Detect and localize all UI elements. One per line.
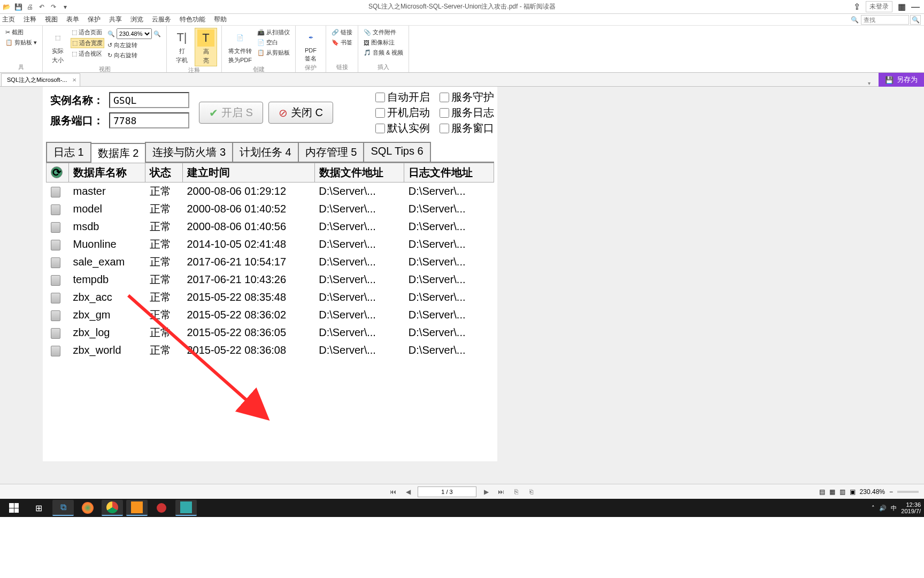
menu-share[interactable]: 共享 — [109, 15, 122, 24]
chk-log[interactable]: 服务日志 — [440, 105, 494, 120]
chk-window[interactable]: 服务窗口 — [440, 121, 494, 135]
blank-page-button[interactable]: 📄空白 — [256, 38, 291, 47]
fit-view-button[interactable]: ⬚适合视区 — [71, 49, 104, 58]
view-mode2-icon[interactable]: ▦ — [829, 488, 835, 496]
chrome-icon[interactable] — [102, 500, 123, 516]
port-input[interactable] — [109, 112, 189, 128]
view-mode4-icon[interactable]: ▣ — [850, 488, 856, 496]
tab-firewall[interactable]: 连接与防火墙 3 — [145, 142, 233, 162]
col-name[interactable]: 数据库名称 — [69, 163, 145, 182]
search-input[interactable] — [861, 15, 909, 25]
ime-indicator[interactable]: 中 — [891, 504, 897, 512]
menu-form[interactable]: 表单 — [66, 15, 79, 24]
table-row[interactable]: model正常2000-08-06 01:40:52D:\Server\...D… — [47, 200, 494, 218]
zoom-select[interactable]: 230.48% — [117, 28, 152, 39]
view-mode-icon[interactable]: ▤ — [819, 488, 825, 496]
stop-button[interactable]: ⊘关闭 C — [268, 102, 333, 124]
share-icon[interactable]: ⇪ — [853, 2, 860, 12]
fit-width-button[interactable]: ⬚适合宽度 — [71, 38, 104, 48]
zoom-slider[interactable] — [897, 491, 919, 493]
col-time[interactable]: 建立时间 — [182, 163, 314, 182]
start-button[interactable]: ✔开启 S — [199, 102, 263, 124]
app-icon-orange[interactable] — [126, 500, 148, 516]
minimize-icon[interactable]: — — [911, 2, 920, 12]
redo-icon[interactable]: ↷ — [49, 3, 58, 11]
typewriter-button[interactable]: T| 打字机 — [171, 28, 192, 65]
first-page-icon[interactable]: ⏮ — [388, 486, 398, 497]
app-icon-teal[interactable] — [175, 500, 197, 516]
bookmark-button[interactable]: 🔖书签 — [330, 38, 353, 47]
tab-database[interactable]: 数据库 2 — [90, 143, 147, 163]
table-row[interactable]: msdb正常2000-08-06 01:40:56D:\Server\...D:… — [47, 218, 494, 235]
find-icon[interactable]: 🔍 — [851, 16, 859, 24]
col-logfile[interactable]: 日志文件地址 — [404, 163, 494, 182]
close-icon[interactable]: ✕ — [72, 77, 76, 83]
tab-memory[interactable]: 内存管理 5 — [298, 142, 365, 162]
table-row[interactable]: tempdb正常2017-06-21 10:43:26D:\Server\...… — [47, 271, 494, 288]
menu-protect[interactable]: 保护 — [88, 15, 101, 24]
firefox-icon[interactable] — [77, 500, 98, 516]
view-mode3-icon[interactable]: ▥ — [840, 488, 845, 496]
zoom-in-icon[interactable]: 🔍 — [153, 31, 161, 37]
attachment-button[interactable]: 📎文件附件 — [363, 28, 404, 37]
next-page-icon[interactable]: ▶ — [481, 486, 491, 497]
instance-input[interactable] — [109, 92, 189, 108]
menu-annotate[interactable]: 注释 — [24, 15, 36, 24]
more-icon[interactable]: ▾ — [61, 3, 70, 11]
nav-icon1[interactable]: ⎘ — [511, 486, 521, 497]
fit-page-button[interactable]: ⬚适合页面 — [71, 28, 104, 37]
open-icon[interactable]: 📂 — [2, 3, 11, 11]
chk-autostart[interactable]: 自动开启 — [375, 90, 430, 104]
menu-home[interactable]: 主页 — [2, 15, 15, 24]
save-icon[interactable]: 💾 — [14, 3, 22, 11]
chk-default[interactable]: 默认实例 — [375, 121, 430, 135]
rotate-right-button[interactable]: ↻向右旋转 — [106, 51, 162, 60]
zoom-minus-icon[interactable]: − — [889, 488, 893, 496]
search-go-icon[interactable]: 🔍 — [910, 15, 921, 25]
clipboard-button[interactable]: 📋剪贴板 ▾ — [4, 38, 38, 47]
pdf-sign-button[interactable]: ✒ PDF签名 — [300, 28, 321, 64]
page-input[interactable] — [418, 486, 476, 497]
rotate-left-button[interactable]: ↺向左旋转 — [106, 41, 162, 50]
tab-log[interactable]: 日志 1 — [46, 142, 91, 162]
convert-button[interactable]: 📄 将文件转换为PDF — [226, 28, 254, 65]
document-viewport[interactable]: 实例名称： 服务端口： ✔开启 S ⊘关闭 C 自动开启 开机启动 — [0, 87, 924, 484]
start-button[interactable] — [3, 500, 25, 516]
chk-bootstart[interactable]: 开机启动 — [375, 105, 430, 120]
vscode-icon[interactable]: ⧉ — [52, 500, 74, 516]
nav-icon2[interactable]: ⎗ — [526, 486, 536, 497]
av-button[interactable]: 🎵音频 & 视频 — [363, 48, 404, 57]
print-icon[interactable]: 🖨 — [26, 3, 34, 11]
col-datafile[interactable]: 数据文件地址 — [314, 163, 404, 182]
last-page-icon[interactable]: ⏭ — [496, 486, 506, 497]
menu-cloud[interactable]: 云服务 — [152, 15, 171, 24]
from-clipboard-button[interactable]: 📋从剪贴板 — [256, 48, 291, 57]
menu-help[interactable]: 帮助 — [214, 15, 227, 24]
menu-browse[interactable]: 浏览 — [130, 15, 143, 24]
image-annot-button[interactable]: 🖼图像标注 — [363, 38, 404, 47]
tab-tasks[interactable]: 计划任务 4 — [232, 142, 299, 162]
zoom-out-icon[interactable]: 🔍 — [107, 31, 115, 37]
refresh-icon[interactable]: ⟳ — [51, 166, 63, 178]
tab-menu-icon[interactable]: ▾ — [868, 80, 871, 86]
clock[interactable]: 12:36 2019/7/ — [901, 501, 921, 514]
table-row[interactable]: master正常2000-08-06 01:29:12D:\Server\...… — [47, 182, 494, 201]
apps-icon[interactable]: ▦ — [898, 2, 906, 12]
table-row[interactable]: Muonline正常2014-10-05 02:41:48D:\Server\.… — [47, 235, 494, 253]
table-row[interactable]: zbx_world正常2015-05-22 08:36:08D:\Server\… — [47, 341, 494, 359]
login-status[interactable]: 未登录 — [866, 1, 892, 12]
volume-icon[interactable]: 🔊 — [879, 505, 887, 512]
save-as-button[interactable]: 💾 另存为 — [879, 73, 924, 87]
menu-view[interactable]: 视图 — [45, 15, 58, 24]
document-tab[interactable]: SQL注入之Microsoft-... ✕ — [1, 73, 80, 86]
link-button[interactable]: 🔗链接 — [330, 28, 353, 37]
table-row[interactable]: sale_exam正常2017-06-21 10:54:17D:\Server\… — [47, 253, 494, 271]
table-row[interactable]: zbx_acc正常2015-05-22 08:35:48D:\Server\..… — [47, 288, 494, 306]
col-status[interactable]: 状态 — [145, 163, 183, 182]
taskview-icon[interactable]: ⊞ — [28, 500, 49, 516]
actual-size-button[interactable]: ⬚ 实际大小 — [47, 28, 68, 65]
prev-page-icon[interactable]: ◀ — [403, 486, 413, 497]
screenshot-button[interactable]: ✂截图 — [4, 28, 38, 37]
from-scanner-button[interactable]: 📠从扫描仪 — [256, 28, 291, 37]
menu-features[interactable]: 特色功能 — [180, 15, 205, 24]
